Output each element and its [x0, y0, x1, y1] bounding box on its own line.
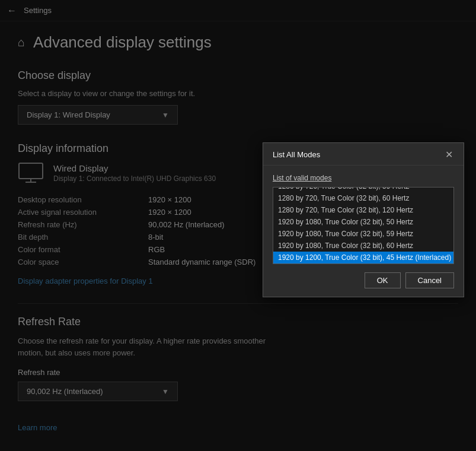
- cancel-button[interactable]: Cancel: [405, 272, 454, 288]
- modal-overlay: List All Modes ✕ List of valid modes 102…: [0, 0, 476, 451]
- dialog-title: List All Modes: [273, 150, 320, 159]
- ok-button[interactable]: OK: [365, 272, 401, 288]
- dialog-section-label: List of valid modes: [273, 174, 454, 182]
- modes-list[interactable]: 1024 by 768, True Color (32 bit), 50 Her…: [273, 187, 454, 264]
- list-all-modes-dialog: List All Modes ✕ List of valid modes 102…: [263, 142, 464, 297]
- list-item[interactable]: 1280 by 720, True Color (32 bit), 59 Her…: [273, 187, 453, 192]
- list-item[interactable]: 1920 by 1200, True Color (32 bit), 45 He…: [273, 252, 453, 263]
- dialog-close-button[interactable]: ✕: [444, 149, 454, 160]
- dialog-body: List of valid modes 1024 by 768, True Co…: [263, 166, 464, 297]
- dialog-titlebar: List All Modes ✕: [263, 143, 464, 166]
- list-item[interactable]: 1280 by 720, True Color (32 bit), 60 Her…: [273, 192, 453, 204]
- list-item[interactable]: 1280 by 720, True Color (32 bit), 120 He…: [273, 204, 453, 216]
- list-item[interactable]: 1920 by 1080, True Color (32 bit), 60 He…: [273, 240, 453, 252]
- list-item[interactable]: 1920 by 1080, True Color (32 bit), 50 He…: [273, 216, 453, 228]
- dialog-buttons: OK Cancel: [273, 272, 454, 288]
- list-item[interactable]: 1920 by 1080, True Color (32 bit), 59 He…: [273, 228, 453, 240]
